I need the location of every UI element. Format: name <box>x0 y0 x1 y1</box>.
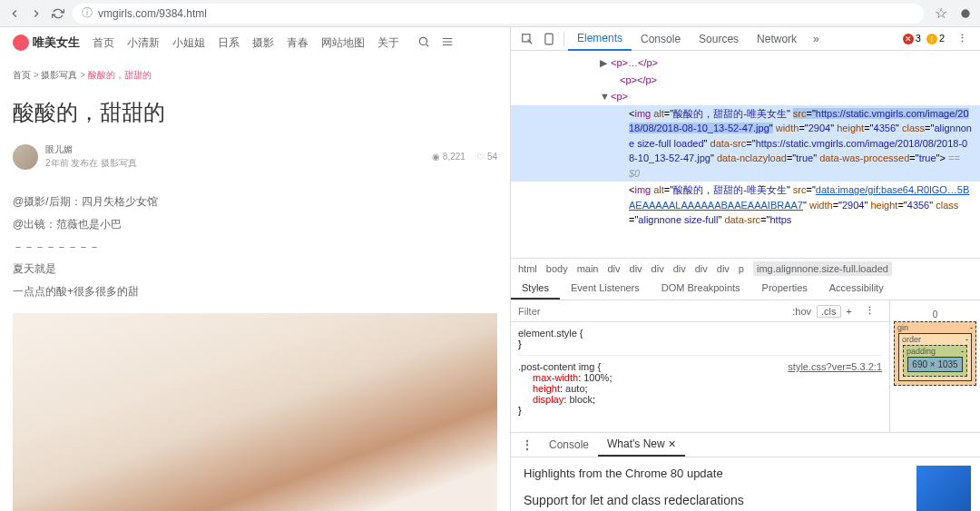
post-meta: 2年前 发布在 摄影写真 <box>45 158 137 168</box>
elements-panel[interactable]: ▶<p>…</p> <p></p> ▼<p> <img alt="酸酸的，甜甜的… <box>511 51 980 258</box>
site-info-icon: ⓘ <box>82 5 93 21</box>
site-header: 唯美女生 首页 小清新 小姐姐 日系 摄影 青春 网站地图 关于 <box>0 27 510 58</box>
devtools-logo <box>916 466 971 511</box>
author-name[interactable]: 眼儿媚 <box>45 143 425 156</box>
post-image <box>13 313 497 511</box>
avatar[interactable] <box>13 144 38 170</box>
views: ◉8,221 <box>432 152 466 162</box>
extension-icon[interactable] <box>958 6 973 21</box>
forward-button[interactable] <box>29 6 44 21</box>
bc-home[interactable]: 首页 <box>13 70 31 80</box>
tab-a11y[interactable]: Accessibility <box>818 278 895 300</box>
tab-props[interactable]: Properties <box>751 278 818 300</box>
tab-sources[interactable]: Sources <box>690 28 748 50</box>
svg-point-1 <box>419 37 426 44</box>
new-rule-button[interactable]: + <box>847 306 852 317</box>
tab-elements[interactable]: Elements <box>568 27 632 51</box>
bc-current: 酸酸的，甜甜的 <box>88 70 152 80</box>
devtools-menu[interactable]: ⋮ <box>950 33 975 44</box>
page-title: 酸酸的，甜甜的 <box>13 98 497 127</box>
elements-breadcrumb[interactable]: htmlbodymaindivdivdivdivdivdivpimg.align… <box>511 258 980 278</box>
logo-icon <box>13 34 29 51</box>
svg-point-0 <box>961 9 969 17</box>
drawer-tab-whatsnew[interactable]: What's New✕ <box>598 433 685 457</box>
site-logo[interactable]: 唯美女生 <box>13 34 80 51</box>
bookmark-button[interactable]: ☆ <box>931 5 951 22</box>
post-line: @摄影/后期：四月失格少女馆 <box>13 192 497 212</box>
heart-icon: ♡ <box>476 152 485 162</box>
warning-count[interactable]: !2 <box>926 33 945 44</box>
nav-home[interactable]: 首页 <box>93 35 114 51</box>
url-text: vmgirls.com/9384.html <box>98 7 207 20</box>
url-bar[interactable]: ⓘ vmgirls.com/9384.html <box>73 4 924 24</box>
tab-styles[interactable]: Styles <box>511 278 560 300</box>
hov-toggle[interactable]: :hov <box>792 306 811 317</box>
nav-girl[interactable]: 小姐姐 <box>172 35 205 51</box>
tab-network[interactable]: Network <box>748 28 806 50</box>
post-line: 一点点的酸+很多很多的甜 <box>13 281 497 302</box>
tab-listeners[interactable]: Event Listeners <box>560 278 651 300</box>
styles-menu[interactable]: ⋮ <box>858 305 882 317</box>
cls-toggle[interactable]: .cls <box>817 305 841 318</box>
tab-console[interactable]: Console <box>632 28 690 50</box>
nav-youth[interactable]: 青春 <box>287 35 309 51</box>
tab-dom-bp[interactable]: DOM Breakpoints <box>651 278 751 300</box>
error-count[interactable]: ✕3 <box>903 33 921 44</box>
drawer-headline: Highlights from the Chrome 80 update <box>524 467 967 480</box>
feat-title: Support for let and class redeclarations <box>524 493 967 507</box>
reload-button[interactable] <box>51 6 65 21</box>
search-icon[interactable] <box>417 35 430 51</box>
more-tabs[interactable]: » <box>806 33 827 45</box>
likes[interactable]: ♡54 <box>476 152 497 162</box>
eye-icon: ◉ <box>432 152 440 162</box>
nav-jp[interactable]: 日系 <box>218 35 240 51</box>
svg-rect-3 <box>545 34 553 44</box>
post-line: @出镜：范薇也是小巴 <box>13 214 497 235</box>
styles-filter[interactable] <box>511 303 785 319</box>
nav-about[interactable]: 关于 <box>377 35 399 51</box>
drawer-menu[interactable]: ⋮ <box>514 438 540 451</box>
nav-sitemap[interactable]: 网站地图 <box>321 35 365 51</box>
inspect-icon[interactable] <box>516 28 538 50</box>
box-model: 0 gin- order- padding- 690 × 1035 <box>889 300 980 432</box>
menu-icon[interactable] <box>441 35 454 51</box>
breadcrumb: 首页 > 摄影写真 > 酸酸的，甜甜的 <box>13 69 497 82</box>
back-button[interactable] <box>7 6 22 21</box>
post-line: 夏天就是 <box>13 259 497 280</box>
nav-fresh[interactable]: 小清新 <box>127 35 160 51</box>
post-line: －－－－－－－－ <box>13 237 497 258</box>
stylesheet-link[interactable]: style.css?ver=5.3.2:1 <box>788 361 882 372</box>
close-icon[interactable]: ✕ <box>668 438 676 449</box>
drawer-tab-console[interactable]: Console <box>540 434 598 456</box>
device-icon[interactable] <box>538 28 560 50</box>
bc-cat[interactable]: 摄影写真 <box>41 70 77 80</box>
nav-photo[interactable]: 摄影 <box>252 35 274 51</box>
